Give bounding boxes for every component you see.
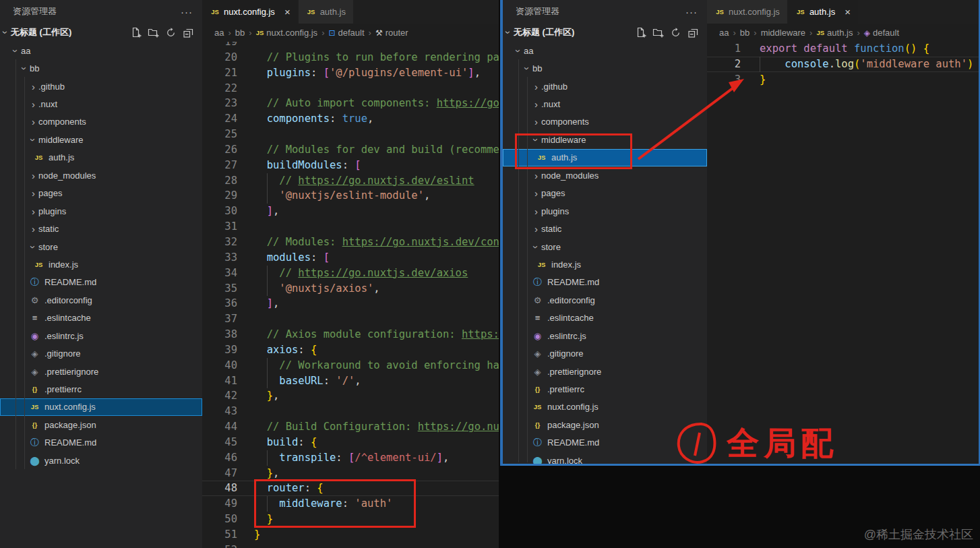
breadcrumb-item-nuxt.config.js[interactable]: JSnuxt.config.js	[256, 28, 318, 38]
tree-item-pages[interactable]: ›pages	[0, 185, 202, 202]
tree-item-.prettierrc[interactable]: {}.prettierrc	[0, 380, 202, 398]
tree-item-README.md[interactable]: ⓘREADME.md	[0, 434, 202, 452]
breadcrumb-item-router[interactable]: ⚒router	[375, 28, 408, 38]
tree-item-.gitignore[interactable]: ◈.gitignore	[503, 344, 707, 362]
tree-item-store[interactable]: ›store	[0, 238, 202, 255]
tree-item-yarn.lock[interactable]: ⬤yarn.lock	[503, 452, 707, 466]
tree-item-label: .editorconfig	[547, 295, 595, 305]
tree-item-static[interactable]: ›static	[503, 220, 707, 237]
tree-item-label: yarn.lock	[44, 456, 80, 466]
indent-guide	[518, 59, 519, 462]
tree-item-README.md[interactable]: ⓘREADME.md	[0, 274, 202, 291]
tree-item-components[interactable]: ›components	[0, 113, 202, 131]
tree-item-middleware[interactable]: ›middleware	[0, 131, 202, 148]
tree-item-nuxt.config.js[interactable]: JSnuxt.config.js	[503, 398, 707, 416]
tree-item-aa[interactable]: ›aa	[503, 42, 707, 59]
tree-item-plugins[interactable]: ›plugins	[0, 202, 202, 220]
tree-item-static[interactable]: ›static	[0, 220, 202, 237]
breadcrumb-item-bb[interactable]: bb	[740, 28, 749, 38]
tree-item-index.js[interactable]: JSindex.js	[0, 255, 202, 273]
indent-guide	[24, 77, 25, 469]
tree-item-middleware[interactable]: ›middleware	[503, 131, 707, 148]
tree-item-aa[interactable]: ›aa	[0, 42, 202, 59]
code-line-43: 43	[202, 404, 499, 419]
tree-item-components[interactable]: ›components	[503, 113, 707, 131]
collapse-all-icon[interactable]	[183, 27, 194, 38]
tree-item-plugins[interactable]: ›plugins	[503, 202, 707, 220]
tree-item-.eslintrc.js[interactable]: ◉.eslintrc.js	[503, 327, 707, 344]
tree-item-.prettierignore[interactable]: ◈.prettierignore	[503, 363, 707, 380]
new-file-icon[interactable]	[130, 27, 142, 38]
tree-item-README.md[interactable]: ⓘREADME.md	[503, 274, 707, 291]
refresh-icon[interactable]	[165, 27, 177, 38]
tree-item-README.md[interactable]: ⓘREADME.md	[503, 434, 707, 452]
token: ]	[267, 297, 273, 309]
tree-item-.eslintcache[interactable]: ≡.eslintcache	[0, 309, 202, 327]
tree-item-.gitignore[interactable]: ◈.gitignore	[0, 344, 202, 362]
code-text: // Plugins to run before rendering pa	[254, 50, 499, 65]
tab-nuxt.config.js[interactable]: JSnuxt.config.js	[707, 0, 787, 24]
tree-item-bb[interactable]: ›bb	[0, 59, 202, 77]
close-icon[interactable]: ×	[845, 6, 851, 18]
tree-item-auth.js[interactable]: JSauth.js	[503, 149, 707, 166]
tree-item-node_modules[interactable]: ›node_modules	[0, 166, 202, 184]
tree-item-.prettierrc[interactable]: {}.prettierrc	[503, 380, 707, 398]
tree-item-package.json[interactable]: {}package.json	[0, 416, 202, 433]
new-folder-icon[interactable]	[148, 27, 159, 38]
tree-item-.eslintcache[interactable]: ≡.eslintcache	[503, 309, 707, 327]
tree-item-.github[interactable]: ›.github	[503, 78, 707, 95]
more-actions-icon[interactable]: ···	[181, 6, 193, 18]
tree-item-label: .prettierignore	[44, 367, 98, 377]
tree-item-nuxt.config.js[interactable]: JSnuxt.config.js	[0, 398, 202, 416]
tree-item-pages[interactable]: ›pages	[503, 185, 707, 202]
tree-item-package.json[interactable]: {}package.json	[503, 416, 707, 433]
info-icon: ⓘ	[28, 276, 41, 288]
code-line-35: 35 '@nuxtjs/axios',	[202, 281, 499, 297]
tree-item-label: .editorconfig	[44, 295, 92, 305]
js-icon: JS	[306, 8, 317, 16]
breadcrumb-item-bb[interactable]: bb	[235, 28, 245, 38]
tab-label: nuxt.config.js	[729, 7, 780, 17]
tab-auth.js[interactable]: JSauth.js	[299, 0, 353, 24]
close-icon[interactable]: ×	[284, 6, 290, 18]
tree-item-node_modules[interactable]: ›node_modules	[503, 166, 707, 184]
tree-item-bb[interactable]: ›bb	[503, 59, 707, 77]
tree-item-store[interactable]: ›store	[503, 238, 707, 255]
breadcrumb-item-auth.js[interactable]: JSauth.js	[816, 28, 853, 38]
tree-item-.nuxt[interactable]: ›.nuxt	[503, 95, 707, 113]
tab-auth.js[interactable]: JSauth.js×	[788, 0, 858, 24]
breadcrumb-item-middleware[interactable]: middleware	[761, 28, 805, 38]
breadcrumb-item-aa[interactable]: aa	[719, 28, 729, 38]
tree-item-index.js[interactable]: JSindex.js	[503, 255, 707, 273]
tree-item-.nuxt[interactable]: ›.nuxt	[0, 95, 202, 113]
new-file-icon[interactable]	[635, 27, 646, 38]
breadcrumb-item-default[interactable]: ◈default	[864, 28, 899, 38]
code-line-1: 1export default function() {	[707, 41, 979, 57]
explorer-sidebar: 资源管理器 ··· › 无标题 (工作区) ›aa›bb›.github›.nu…	[503, 0, 707, 464]
more-actions-icon[interactable]: ···	[685, 6, 698, 18]
token: ,	[273, 467, 279, 479]
token: //	[254, 175, 298, 187]
tree-item-.prettierignore[interactable]: ◈.prettierignore	[0, 363, 202, 380]
tree-item-.editorconfig[interactable]: ⚙.editorconfig	[0, 291, 202, 309]
tree-item-label: README.md	[547, 437, 599, 448]
tab-label: auth.js	[320, 7, 346, 17]
new-folder-icon[interactable]	[652, 27, 664, 38]
tree-item-yarn.lock[interactable]: ⬤yarn.lock	[0, 452, 202, 469]
breadcrumb-item-default[interactable]: ⊡default	[328, 28, 364, 38]
tree-item-.editorconfig[interactable]: ⚙.editorconfig	[503, 291, 707, 309]
refresh-icon[interactable]	[670, 27, 681, 38]
code-editor-nuxt-config[interactable]: 1920 // Plugins to run before rendering …	[202, 34, 499, 548]
tab-nuxt.config.js[interactable]: JSnuxt.config.js×	[202, 0, 298, 24]
token: )	[967, 58, 973, 70]
line-number: 22	[202, 81, 237, 96]
breadcrumb-item-aa[interactable]: aa	[214, 28, 224, 38]
code-text: // Build Configuration: https://go.nu	[254, 419, 499, 435]
tree-item-.eslintrc.js[interactable]: ◉.eslintrc.js	[0, 327, 202, 344]
chevron-icon: ›	[522, 63, 532, 73]
collapse-all-icon[interactable]	[687, 27, 699, 38]
tree-item-.github[interactable]: ›.github	[0, 78, 202, 95]
tree-item-auth.js[interactable]: JSauth.js	[0, 149, 202, 166]
code-editor-auth-js[interactable]: 1export default function() {2 console.lo…	[707, 41, 979, 88]
annotation-label: 全局配	[727, 422, 838, 465]
